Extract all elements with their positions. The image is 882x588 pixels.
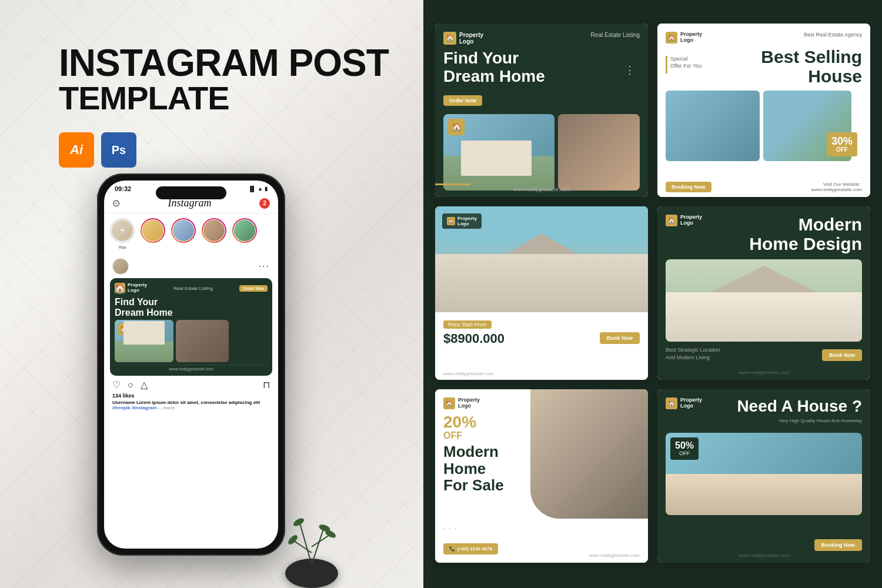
wifi-icon: ▲ [258,186,263,192]
t2-vertical-bar [666,56,667,74]
t2-top-bar: 🏠 PropertyLogo Best Real Estate Agency [666,32,862,44]
phone-outer: 09:32 ▐▌ ▲ ▮ ⊙ Instagram 2 [97,173,285,556]
t2-bottom: Booking Now Visit Our Website : www.real… [666,182,862,192]
t2-special-text: SpecialOffer For You [670,56,701,69]
ig-likes: 134 likes [104,392,278,400]
t2-visit-label: Visit Our Website : [823,182,862,187]
ig-caption: Username Lorem ipsum dolor sit amet, con… [104,400,278,412]
template-3-card: 🏠 PropertyLogo Price Start From $8900.00… [435,206,648,380]
svg-line-1 [312,529,323,564]
t1-more-dots[interactable]: ⋮ [624,64,635,76]
story-4[interactable] [232,218,257,250]
ig-more[interactable]: ... more [158,405,175,410]
t5-logo-icon: 🏠 [443,397,455,409]
story-1[interactable] [141,218,165,250]
notification-badge: 2 [259,198,270,209]
templates-grid: 🏠 PropertyLogo Real Estate Listing Find … [435,24,870,563]
t4-desc-line1: Best Strategic Location [666,347,720,353]
software-badges: Ai Ps [59,132,136,168]
t5-website: www.reallygreatsite.com [589,553,640,558]
comment-icon[interactable]: ○ [128,380,133,390]
t6-three-dots: • • • [666,506,680,510]
share-icon[interactable]: △ [141,379,148,390]
story-label-you: You [118,245,126,250]
camera-icon[interactable]: ⊙ [112,198,120,209]
plant-decoration [270,506,353,588]
t2-background: 🏠 PropertyLogo Best Real Estate Agency S… [657,24,870,197]
post-user-info [112,258,129,275]
t1-logo-text: PropertyLogo [459,32,483,45]
post-avatar [112,258,129,275]
t2-image-2: 30% OFF [763,91,851,161]
t2-booking-btn[interactable]: Booking Now [666,182,711,192]
template-6-card: 🏠 PropertyLogo Need A House ? Very High … [657,389,870,563]
t4-logo-text: PropertyLogo [680,215,702,226]
t6-disc-off: OFF [675,450,694,456]
t2-agency-label: Best Real Estate Agency [804,32,862,38]
bookmark-icon[interactable]: ⊓ [263,379,270,390]
phone-listing-text: Real Estate Listing [173,286,213,291]
t1-logo-icon: 🏠 [443,32,456,45]
t2-website: www.reallygreatsite.com [811,187,862,192]
t6-website: www.reallygreatsite.com [657,553,870,558]
t6-disc-pct: 50% [675,441,694,450]
t2-logo: 🏠 PropertyLogo [666,32,702,44]
story-avatar-4 [234,220,255,241]
heart-icon[interactable]: ♡ [112,379,121,390]
t1-images: 🏠 [443,114,640,191]
t5-logo-text: PropertyLogo [458,397,480,409]
story-you[interactable]: + You [110,218,135,250]
ig-caption-text: Lorem ipsum dolor sit amet, consectetur … [136,400,260,405]
story-3[interactable] [202,218,226,250]
story-2[interactable] [171,218,196,250]
t3-top-image: 🏠 PropertyLogo [435,206,648,312]
post-more-icon[interactable]: ··· [259,261,270,272]
t1-main-image: 🏠 [443,114,554,191]
t1-headline: Find YourDream Home [443,49,545,86]
phone-logo-text: PropertyLogo [128,283,147,293]
t3-book-btn[interactable]: Book Now [600,332,640,344]
t4-desc: Best Strategic Location And Modern Livin… [666,346,720,361]
story-avatar-you: + [112,220,133,241]
t3-logo-text: PropertyLogo [457,216,477,226]
plant-svg [282,512,341,570]
t6-booking-btn[interactable]: Booking Now [814,539,863,551]
stories-row: + You [104,213,278,255]
t6-header-right: Need A House ? Very High Quality House A… [737,397,862,428]
story-avatar-3 [203,220,225,241]
ai-badge: Ai [59,132,94,168]
svg-line-0 [300,523,312,564]
signal-icon: ▐▌ [248,186,256,192]
t1-listing-label: Real Estate Listing [591,32,640,38]
story-avatar-2 [173,220,194,241]
story-ring-4 [232,218,257,243]
phone-logo-area: 🏠 PropertyLogo [115,283,147,293]
t1-order-btn[interactable]: Order Now [443,95,482,106]
t1-website: www.reallygreatsite.com [435,186,648,192]
t2-discount-pct: 30% [831,136,853,146]
plant-stems [282,512,341,570]
phone-images-row: 🏠 [115,320,268,362]
t6-headline: Need A House ? [737,397,862,416]
post-header: ··· [104,255,278,278]
story-ring-1 [141,218,165,243]
t5-three-dots: • • • [443,527,458,530]
phone-mockup: 09:32 ▐▌ ▲ ▮ ⊙ Instagram 2 [97,173,285,556]
phone-img-main: 🏠 [115,320,173,362]
story-ring-you: + [110,218,135,243]
t6-logo-icon: 🏠 [666,397,677,409]
t3-website: www.reallygreatsite.com [443,371,494,376]
t4-background: 🏠 PropertyLogo ModernHome Design • • • B… [657,206,870,380]
ig-hashtags[interactable]: #freepik #instagram [112,405,157,410]
t6-logo: 🏠 PropertyLogo [666,397,702,409]
phone-img-secondary [176,320,229,362]
t3-bottom: Price Start From $8900.000 Book Now [435,312,648,352]
title-line2: TEMPLATE [59,82,389,115]
t6-background: 🏠 PropertyLogo Need A House ? Very High … [657,389,870,563]
t3-price-label: Price Start From [443,320,492,329]
template-5-card: 🏠 PropertyLogo 20% OFF ModernHomeFor Sal… [435,389,648,563]
t5-info-btn[interactable]: 📞 (+00) 1240 4578 [443,543,498,554]
t4-book-btn[interactable]: Book Now [822,349,862,361]
phone-order-btn[interactable]: Order Now [239,285,268,292]
t4-desc-line2: And Modern Living [666,355,710,360]
